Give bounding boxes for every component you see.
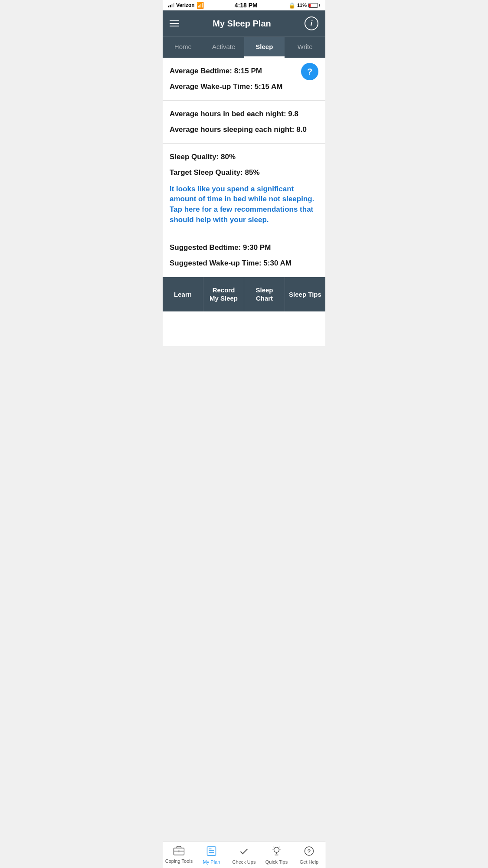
learn-button[interactable]: Learn	[163, 277, 203, 311]
main-content: ? Average Bedtime: 8:15 PM Average Wake-…	[163, 58, 325, 346]
status-left: Verizon 📶	[168, 2, 204, 9]
status-right: 🔒 11%	[288, 2, 320, 9]
avg-hours-sleeping: Average hours sleeping each night: 8.0	[170, 125, 318, 134]
sleep-chart-button[interactable]: Sleep Chart	[244, 277, 285, 311]
suggested-bedtime: Suggested Bedtime: 9:30 PM	[170, 243, 318, 252]
record-my-sleep-button[interactable]: RecordMy Sleep	[203, 277, 244, 311]
battery-percent: 11%	[297, 3, 307, 8]
recommendation-text[interactable]: It looks like you spend a significant am…	[170, 184, 318, 225]
help-button[interactable]: ?	[301, 63, 318, 80]
avg-hours-in-bed: Average hours in bed each night: 9.8	[170, 109, 318, 119]
carrier-name: Verizon	[176, 2, 195, 8]
tab-activate[interactable]: Activate	[203, 37, 244, 58]
hamburger-menu-icon[interactable]	[170, 20, 179, 26]
app-title: My Sleep Plan	[213, 19, 271, 29]
target-sleep-quality: Target Sleep Quality: 85%	[170, 168, 318, 177]
suggested-wakeup: Suggested Wake-up Time: 5:30 AM	[170, 259, 318, 268]
tab-home[interactable]: Home	[163, 37, 203, 58]
wifi-icon: 📶	[197, 2, 204, 9]
avg-wakeup: Average Wake-up Time: 5:15 AM	[170, 82, 318, 92]
avg-bedtime: Average Bedtime: 8:15 PM	[170, 66, 318, 76]
hours-section: Average hours in bed each night: 9.8 Ave…	[163, 101, 325, 144]
lock-icon: 🔒	[288, 2, 295, 9]
info-button[interactable]: i	[305, 16, 318, 30]
sleep-quality: Sleep Quality: 80%	[170, 152, 318, 162]
battery-icon	[308, 3, 320, 8]
tabs-bar: Home Activate Sleep Write	[163, 36, 325, 58]
action-buttons: Learn RecordMy Sleep Sleep Chart Sleep T…	[163, 277, 325, 311]
quality-section: Sleep Quality: 80% Target Sleep Quality:…	[163, 144, 325, 234]
suggested-section: Suggested Bedtime: 9:30 PM Suggested Wak…	[163, 234, 325, 277]
bedtime-section: ? Average Bedtime: 8:15 PM Average Wake-…	[163, 58, 325, 101]
sleep-tips-button[interactable]: Sleep Tips	[285, 277, 325, 311]
signal-icon	[168, 3, 174, 7]
tab-write[interactable]: Write	[285, 37, 325, 58]
status-bar: Verizon 📶 4:18 PM 🔒 11%	[163, 0, 325, 10]
tab-sleep[interactable]: Sleep	[244, 37, 285, 58]
app-header: My Sleep Plan i	[163, 10, 325, 36]
status-time: 4:18 PM	[235, 2, 258, 9]
